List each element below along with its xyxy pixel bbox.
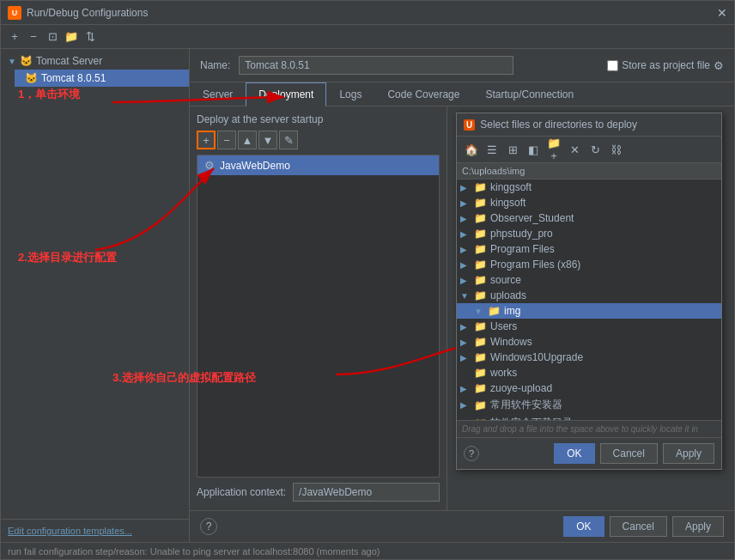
expand-icon: ▶ — [460, 353, 471, 362]
fc-cancel-button[interactable]: Cancel — [600, 443, 658, 464]
fc-tree-item[interactable]: ▶📁phpstudy_pro — [457, 226, 721, 241]
folder-icon: 📁 — [474, 228, 487, 240]
fc-apply-button[interactable]: Apply — [663, 443, 714, 464]
close-button[interactable]: ✕ — [717, 6, 727, 20]
cancel-button[interactable]: Cancel — [610, 516, 667, 537]
folder-icon: 📁 — [474, 274, 487, 286]
name-input[interactable] — [239, 56, 513, 75]
fc-tree-item[interactable]: ▶📁kingsoft — [457, 195, 721, 210]
tab-coverage[interactable]: Code Coverage — [374, 82, 472, 106]
app-context-label: Application context: — [197, 486, 286, 498]
expand-icon: ▶ — [460, 229, 471, 239]
help-button[interactable]: ? — [200, 518, 217, 535]
fc-dialog-title: U Select files or directories to deploy — [457, 113, 721, 137]
config-tree: ▼ 🐱 Tomcat Server 🐱 Tomcat 8.0.51 — [1, 49, 189, 519]
expand-icon: ▼ — [8, 57, 16, 66]
fc-home-button[interactable]: 🏠 — [462, 140, 481, 159]
left-panel: ▼ 🐱 Tomcat Server 🐱 Tomcat 8.0.51 Edit c… — [1, 49, 190, 542]
fc-tree-item[interactable]: ▶📁Observer_Student — [457, 210, 721, 226]
status-bar: run fail configuration step/reason: Unab… — [1, 542, 734, 559]
fc-tree-item[interactable]: ▶📁zuoye-upload — [457, 380, 721, 396]
apply-button[interactable]: Apply — [672, 516, 724, 537]
fc-item-label: kingsoft — [490, 197, 525, 209]
deploy-item-javawebdemo[interactable]: ⚙ JavaWebDemo — [197, 155, 439, 175]
fc-tree-item[interactable]: ▼📁img — [457, 303, 721, 319]
file-chooser-dialog: U Select files or directories to deploy … — [456, 113, 722, 470]
add-config-button[interactable]: + — [6, 28, 23, 46]
folder-icon: 📁 — [474, 243, 487, 255]
expand-icon: ▶ — [460, 338, 471, 347]
folder-icon: 📁 — [474, 289, 487, 301]
expand-icon: ▶ — [460, 214, 471, 223]
folder-icon: 📁 — [474, 259, 487, 271]
store-project-label: Store as project file — [622, 59, 710, 71]
copy-config-button[interactable]: ⊡ — [44, 28, 61, 46]
fc-item-label: phpstudy_pro — [490, 228, 553, 240]
fc-item-label: Program Files (x86) — [490, 259, 580, 271]
deploy-remove-button[interactable]: − — [217, 131, 236, 149]
fc-tree: ▶📁kinggsoft▶📁kingsoft▶📁Observer_Student▶… — [457, 180, 721, 420]
deploy-add-button[interactable]: + — [197, 131, 216, 149]
fc-title-icon: U — [464, 119, 475, 131]
fc-nav-button[interactable]: ◧ — [524, 140, 543, 159]
deploy-item-icon: ⚙ — [204, 159, 215, 172]
fc-link-button[interactable]: ⛓ — [606, 140, 625, 159]
tomcat-item-icon: 🐱 — [25, 72, 38, 84]
expand-icon: ▶ — [460, 245, 471, 254]
fc-item-label: Users — [490, 320, 517, 332]
app-context-input[interactable] — [293, 483, 440, 502]
remove-config-button[interactable]: − — [25, 28, 42, 46]
fc-tree-item[interactable]: ▶📁软件安全下载目录 — [457, 414, 721, 420]
fc-delete-button[interactable]: ✕ — [565, 140, 584, 159]
fc-item-label: Windows — [490, 336, 532, 348]
tomcat-group-label: Tomcat Server — [36, 55, 102, 67]
fc-item-label: works — [490, 367, 517, 379]
fc-tree-item[interactable]: ▶📁Windows10Upgrade — [457, 350, 721, 365]
right-panel: Name: Store as project file ⚙ Server Dep… — [190, 49, 734, 542]
tomcat-group-icon: 🐱 — [20, 55, 33, 67]
edit-templates-link[interactable]: Edit configuration templates... — [8, 526, 132, 536]
gear-icon[interactable]: ⚙ — [714, 59, 724, 72]
expand-icon: ▶ — [460, 183, 471, 192]
tree-item-tomcat[interactable]: 🐱 Tomcat 8.0.51 — [15, 70, 189, 87]
folder-icon: 📁 — [474, 351, 487, 363]
fc-dialog-toolbar: 🏠 ☰ ⊞ ◧ 📁+ ✕ ↻ ⛓ — [457, 137, 721, 163]
fc-tree-item[interactable]: ▶📁kinggsoft — [457, 180, 721, 195]
ok-button[interactable]: OK — [563, 516, 604, 537]
tab-server[interactable]: Server — [190, 82, 246, 106]
fc-list-button[interactable]: ☰ — [483, 140, 501, 159]
tab-startup[interactable]: Startup/Connection — [472, 82, 586, 106]
tab-deployment[interactable]: Deployment — [246, 82, 326, 107]
fc-tree-item[interactable]: ▶📁常用软件安装器 — [457, 396, 721, 414]
tomcat-item-label: Tomcat 8.0.51 — [41, 72, 106, 84]
fc-tree-item[interactable]: ▶📁Windows — [457, 334, 721, 350]
fc-dialog-buttons: ? OK Cancel Apply — [457, 437, 721, 469]
deploy-down-button[interactable]: ▼ — [258, 131, 277, 149]
folder-config-button[interactable]: 📁 — [63, 28, 80, 46]
fc-tree-item[interactable]: ▶📁Program Files (x86) — [457, 257, 721, 272]
deploy-up-button[interactable]: ▲ — [238, 131, 257, 149]
fc-tree-item[interactable]: ▶📁source — [457, 272, 721, 288]
deploy-list: ⚙ JavaWebDemo — [197, 155, 440, 478]
deploy-edit-button[interactable]: ✎ — [279, 131, 298, 149]
fc-tree-item[interactable]: 📁works — [457, 365, 721, 380]
window-title: Run/Debug Configurations — [27, 7, 717, 19]
main-content: ▼ 🐱 Tomcat Server 🐱 Tomcat 8.0.51 Edit c… — [1, 49, 734, 542]
fc-newfolder-button[interactable]: 📁+ — [544, 140, 563, 159]
tab-logs[interactable]: Logs — [326, 82, 374, 106]
fc-detail-button[interactable]: ⊞ — [503, 140, 522, 159]
fc-tree-item[interactable]: ▶📁Program Files — [457, 241, 721, 257]
store-project-checkbox[interactable] — [607, 60, 618, 71]
fc-item-label: uploads — [490, 289, 526, 301]
fc-ok-button[interactable]: OK — [554, 443, 594, 464]
expand-icon: ▶ — [460, 400, 471, 410]
fc-refresh-button[interactable]: ↻ — [586, 140, 604, 159]
fc-help-button[interactable]: ? — [464, 446, 479, 461]
fc-tree-item[interactable]: ▶📁Users — [457, 319, 721, 334]
expand-icon: ▶ — [460, 260, 471, 270]
folder-icon: 📁 — [474, 197, 487, 209]
tree-group-tomcat[interactable]: ▼ 🐱 Tomcat Server — [1, 52, 189, 70]
fc-tree-item[interactable]: ▼📁uploads — [457, 288, 721, 303]
folder-icon: 📁 — [474, 320, 487, 332]
sort-config-button[interactable]: ⇅ — [82, 28, 99, 46]
